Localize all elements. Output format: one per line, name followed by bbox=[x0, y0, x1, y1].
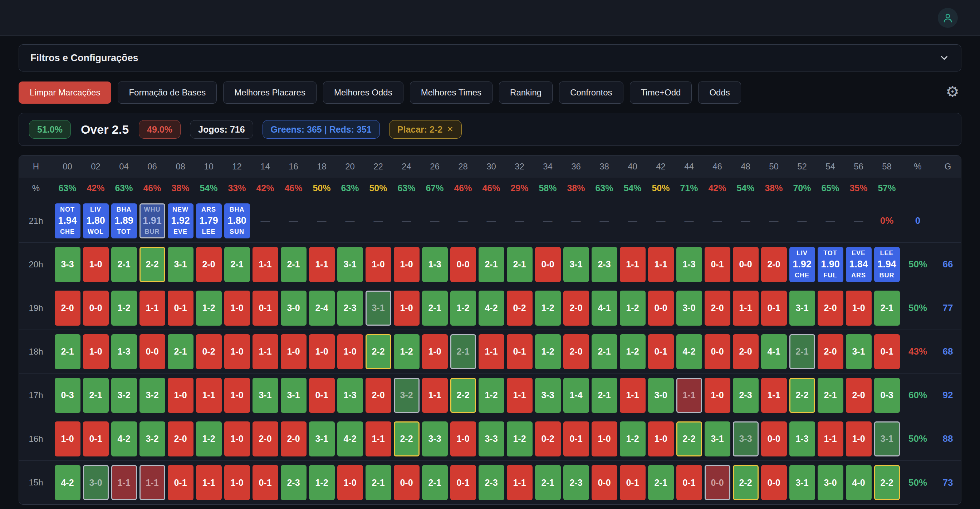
score-cell[interactable]: 3-1 bbox=[168, 247, 194, 282]
score-cell[interactable]: 2-0 bbox=[168, 422, 194, 457]
score-cell[interactable]: 4-1 bbox=[592, 290, 617, 326]
score-cell[interactable]: 1-3 bbox=[422, 247, 448, 282]
score-cell[interactable]: 2-1 bbox=[168, 334, 194, 369]
score-cell[interactable]: 2-1 bbox=[592, 378, 617, 413]
score-cell[interactable]: 1-0 bbox=[450, 422, 476, 457]
score-cell[interactable]: 4-2 bbox=[55, 465, 81, 500]
score-cell[interactable]: 0-1 bbox=[168, 290, 194, 326]
score-cell[interactable]: 3-2 bbox=[111, 378, 137, 413]
score-cell[interactable]: 2-2 bbox=[789, 378, 815, 413]
score-cell[interactable]: 3-1 bbox=[309, 422, 335, 457]
score-cell[interactable]: 0-1 bbox=[761, 290, 787, 326]
score-cell[interactable]: 1-0 bbox=[83, 334, 109, 369]
toolbar-button-odds[interactable]: Odds bbox=[698, 81, 741, 104]
score-cell[interactable]: 1-1 bbox=[366, 422, 391, 457]
score-cell[interactable]: 1-0 bbox=[648, 422, 674, 457]
score-cell[interactable]: 3-1 bbox=[874, 422, 900, 457]
score-cell[interactable]: 3-3 bbox=[55, 247, 81, 282]
score-cell[interactable]: 3-0 bbox=[676, 290, 702, 326]
score-cell[interactable]: 1-0 bbox=[281, 334, 307, 369]
score-cell[interactable]: 1-1 bbox=[140, 465, 165, 500]
score-cell[interactable]: 1-0 bbox=[224, 290, 250, 326]
score-cell[interactable]: 1-2 bbox=[535, 290, 561, 326]
match-cell[interactable]: NOT1.94CHE bbox=[55, 203, 81, 238]
score-cell[interactable]: 1-1 bbox=[253, 334, 278, 369]
score-cell[interactable]: 2-1 bbox=[422, 465, 448, 500]
score-cell[interactable]: 1-2 bbox=[620, 422, 646, 457]
score-cell[interactable]: 1-1 bbox=[676, 378, 702, 413]
score-cell[interactable]: 0-1 bbox=[620, 465, 646, 500]
match-cell[interactable]: BHA1.80SUN bbox=[224, 203, 250, 238]
score-cell[interactable]: 1-0 bbox=[422, 334, 448, 369]
score-cell[interactable]: 1-1 bbox=[140, 290, 165, 326]
toolbar-button-forma-o-de-bases[interactable]: Formação de Bases bbox=[118, 81, 217, 104]
score-cell[interactable]: 1-2 bbox=[196, 290, 222, 326]
score-cell[interactable]: 2-2 bbox=[676, 422, 702, 457]
score-cell[interactable]: 1-2 bbox=[450, 290, 476, 326]
score-cell[interactable]: 0-0 bbox=[394, 465, 420, 500]
score-cell[interactable]: 3-1 bbox=[337, 247, 363, 282]
score-cell[interactable]: 1-2 bbox=[196, 422, 222, 457]
score-cell[interactable]: 0-1 bbox=[705, 247, 730, 282]
score-cell[interactable]: 1-1 bbox=[196, 465, 222, 500]
score-cell[interactable]: 3-3 bbox=[535, 378, 561, 413]
score-cell[interactable]: 3-1 bbox=[281, 378, 307, 413]
score-cell[interactable]: 2-0 bbox=[196, 247, 222, 282]
score-cell[interactable]: 1-2 bbox=[309, 465, 335, 500]
match-cell[interactable]: ARS1.79LEE bbox=[196, 203, 222, 238]
score-cell[interactable]: 1-1 bbox=[479, 334, 504, 369]
score-cell[interactable]: 3-1 bbox=[705, 422, 730, 457]
score-cell[interactable]: 0-1 bbox=[563, 422, 589, 457]
score-cell[interactable]: 1-0 bbox=[224, 465, 250, 500]
score-cell[interactable]: 2-2 bbox=[733, 465, 759, 500]
score-cell[interactable]: 1-1 bbox=[818, 422, 843, 457]
gear-icon[interactable]: ⚙ bbox=[946, 84, 959, 99]
score-cell[interactable]: 1-1 bbox=[111, 465, 137, 500]
score-cell[interactable]: 0-0 bbox=[140, 334, 165, 369]
score-cell[interactable]: 1-0 bbox=[592, 422, 617, 457]
score-cell[interactable]: 2-3 bbox=[479, 465, 504, 500]
score-cell[interactable]: 1-0 bbox=[394, 290, 420, 326]
toolbar-button-melhores-placares[interactable]: Melhores Placares bbox=[223, 81, 317, 104]
score-cell[interactable]: 2-1 bbox=[648, 465, 674, 500]
score-cell[interactable]: 1-1 bbox=[620, 247, 646, 282]
score-cell[interactable]: 2-0 bbox=[563, 290, 589, 326]
score-cell[interactable]: 1-1 bbox=[196, 378, 222, 413]
score-cell[interactable]: 0-0 bbox=[592, 465, 617, 500]
chevron-down-icon[interactable] bbox=[939, 52, 950, 63]
score-cell[interactable]: 3-3 bbox=[479, 422, 504, 457]
score-cell[interactable]: 2-0 bbox=[55, 290, 81, 326]
score-cell[interactable]: 2-3 bbox=[337, 290, 363, 326]
score-cell[interactable]: 0-0 bbox=[705, 334, 730, 369]
score-cell[interactable]: 1-2 bbox=[111, 290, 137, 326]
score-cell[interactable]: 0-2 bbox=[535, 422, 561, 457]
score-cell[interactable]: 2-1 bbox=[507, 247, 533, 282]
score-cell[interactable]: 0-0 bbox=[761, 465, 787, 500]
score-cell[interactable]: 0-0 bbox=[535, 247, 561, 282]
score-cell[interactable]: 3-3 bbox=[733, 422, 759, 457]
match-cell[interactable]: EVE1.84ARS bbox=[846, 247, 872, 282]
score-cell[interactable]: 2-2 bbox=[394, 422, 420, 457]
score-cell[interactable]: 4-1 bbox=[761, 334, 787, 369]
score-cell[interactable]: 2-1 bbox=[224, 247, 250, 282]
score-cell[interactable]: 0-2 bbox=[196, 334, 222, 369]
score-cell[interactable]: 2-0 bbox=[818, 290, 843, 326]
score-cell[interactable]: 3-1 bbox=[789, 465, 815, 500]
score-cell[interactable]: 2-0 bbox=[366, 378, 391, 413]
score-cell[interactable]: 4-2 bbox=[111, 422, 137, 457]
score-cell[interactable]: 2-3 bbox=[592, 247, 617, 282]
toolbar-button-melhores-times[interactable]: Melhores Times bbox=[410, 81, 493, 104]
score-cell[interactable]: 2-0 bbox=[281, 422, 307, 457]
score-cell[interactable]: 1-0 bbox=[705, 378, 730, 413]
score-cell[interactable]: 4-2 bbox=[337, 422, 363, 457]
score-cell[interactable]: 0-0 bbox=[648, 290, 674, 326]
score-cell[interactable]: 2-1 bbox=[111, 247, 137, 282]
score-cell[interactable]: 3-2 bbox=[140, 378, 165, 413]
score-cell[interactable]: 2-0 bbox=[846, 378, 872, 413]
score-cell[interactable]: 1-1 bbox=[309, 247, 335, 282]
score-cell[interactable]: 0-0 bbox=[733, 247, 759, 282]
filters-accordion-header[interactable]: Filtros e Configurações bbox=[19, 44, 961, 71]
score-cell[interactable]: 0-1 bbox=[507, 334, 533, 369]
score-cell[interactable]: 1-0 bbox=[846, 422, 872, 457]
score-cell[interactable]: 1-3 bbox=[789, 422, 815, 457]
